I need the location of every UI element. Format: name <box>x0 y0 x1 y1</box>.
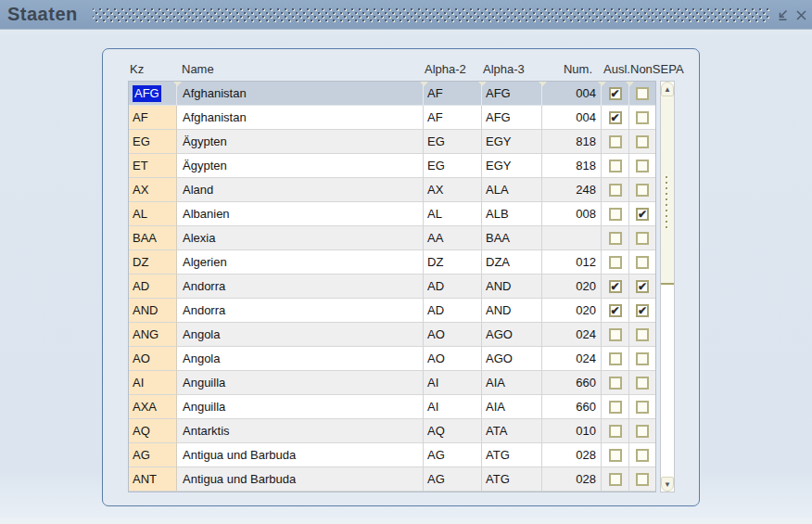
table-row[interactable]: AQAntarktisAQATA010 <box>129 419 655 443</box>
checkbox-ausl[interactable]: ✔ <box>609 304 622 317</box>
cell-ausl[interactable]: ✔ <box>602 106 629 130</box>
checkbox-ausl[interactable] <box>609 160 622 173</box>
table-row[interactable]: EGÄgyptenEGEGY818 <box>129 130 655 154</box>
cell-a3[interactable]: BAA <box>482 226 542 250</box>
table-row[interactable]: AXAlandAXALA248 <box>129 178 655 202</box>
checkbox-ausl[interactable] <box>609 208 622 221</box>
cell-num[interactable]: 660 <box>542 395 602 419</box>
checkbox-ausl[interactable] <box>609 401 622 414</box>
cell-name[interactable]: Afghanistan <box>177 106 424 130</box>
cell-name[interactable]: Antigua und Barbuda <box>177 443 424 467</box>
cell-a2[interactable]: AD <box>424 299 482 323</box>
cell-kz[interactable]: AND <box>129 299 177 323</box>
cell-nonsepa[interactable] <box>629 226 655 250</box>
cell-a2[interactable]: EG <box>424 154 482 178</box>
checkbox-nonsepa[interactable] <box>636 160 649 173</box>
cell-ausl[interactable]: ✔ <box>602 275 629 299</box>
cell-a3[interactable]: EGY <box>482 154 542 178</box>
cell-name[interactable]: Angola <box>177 323 424 347</box>
checkbox-ausl[interactable] <box>609 328 622 341</box>
dock-icon[interactable] <box>776 8 790 22</box>
cell-name[interactable]: Angola <box>177 347 424 371</box>
cell-ausl[interactable] <box>602 347 629 371</box>
cell-num[interactable]: 818 <box>542 154 602 178</box>
cell-ausl[interactable] <box>602 323 629 347</box>
cell-nonsepa[interactable] <box>629 395 655 419</box>
checkbox-nonsepa[interactable] <box>636 352 649 365</box>
cell-kz[interactable]: AO <box>129 347 177 371</box>
cell-name[interactable]: Ägypten <box>177 130 424 154</box>
cell-kz[interactable]: AF <box>129 106 177 130</box>
cell-name[interactable]: Alexia <box>177 226 424 250</box>
checkbox-ausl[interactable] <box>609 473 622 486</box>
checkbox-ausl[interactable] <box>609 184 622 197</box>
cell-a2[interactable]: EG <box>424 130 482 154</box>
cell-a2[interactable]: AO <box>424 323 482 347</box>
cell-kz[interactable]: ANT <box>129 467 177 492</box>
cell-kz[interactable]: AG <box>129 443 177 467</box>
vertical-scrollbar[interactable]: ▲ ▼ <box>660 81 675 492</box>
checkbox-nonsepa[interactable] <box>636 135 649 148</box>
cell-a3[interactable]: AFG <box>482 106 542 130</box>
cell-a2[interactable]: AD <box>424 275 482 299</box>
cell-kz[interactable]: AQ <box>129 419 177 443</box>
cell-a3[interactable]: AFG <box>482 82 542 106</box>
checkbox-ausl[interactable] <box>609 256 622 269</box>
cell-a3[interactable]: AIA <box>482 395 542 419</box>
cell-ausl[interactable] <box>602 130 629 154</box>
cell-nonsepa[interactable] <box>629 443 655 467</box>
cell-num[interactable]: 010 <box>542 419 602 443</box>
table-row[interactable]: AGAntigua und BarbudaAGATG028 <box>129 443 655 467</box>
cell-nonsepa[interactable] <box>629 323 655 347</box>
cell-a3[interactable]: ALA <box>482 178 542 202</box>
cell-nonsepa[interactable]: ✔ <box>629 275 655 299</box>
checkbox-nonsepa[interactable] <box>636 473 649 486</box>
cell-nonsepa[interactable] <box>629 82 655 106</box>
cell-a2[interactable]: AO <box>424 347 482 371</box>
cell-name[interactable]: Andorra <box>177 299 424 323</box>
table-row[interactable]: ETÄgyptenEGEGY818 <box>129 154 655 178</box>
scroll-up-button[interactable]: ▲ <box>661 82 674 96</box>
checkbox-nonsepa[interactable] <box>636 425 649 438</box>
cell-ausl[interactable] <box>602 202 629 226</box>
table-row[interactable]: DZAlgerienDZDZA012 <box>129 250 655 275</box>
cell-a3[interactable]: AIA <box>482 371 542 395</box>
table-row[interactable]: AXAAnguillaAIAIA660 <box>129 395 655 419</box>
cell-a2[interactable]: AG <box>424 443 482 467</box>
cell-nonsepa[interactable]: ✔ <box>629 202 655 226</box>
checkbox-ausl[interactable]: ✔ <box>609 111 622 124</box>
checkbox-nonsepa[interactable] <box>636 256 649 269</box>
cell-nonsepa[interactable]: ✔ <box>629 299 655 323</box>
cell-ausl[interactable] <box>602 419 629 443</box>
cell-nonsepa[interactable] <box>629 347 655 371</box>
cell-num[interactable]: 020 <box>542 299 602 323</box>
checkbox-ausl[interactable] <box>609 377 622 390</box>
cell-a3[interactable]: EGY <box>482 130 542 154</box>
checkbox-ausl[interactable] <box>609 352 622 365</box>
cell-num[interactable]: 004 <box>542 82 602 106</box>
table-row[interactable]: AIAnguillaAIAIA660 <box>129 371 655 395</box>
cell-a3[interactable]: AND <box>482 299 542 323</box>
cell-name[interactable]: Antigua und Barbuda <box>177 467 424 492</box>
table-row[interactable]: ADAndorraADAND020✔✔ <box>129 275 655 299</box>
cell-name[interactable]: Anguilla <box>177 371 424 395</box>
cell-num[interactable]: 028 <box>542 443 602 467</box>
cell-nonsepa[interactable] <box>629 154 655 178</box>
cell-num[interactable]: 020 <box>542 275 602 299</box>
table-row[interactable]: AFAfghanistanAFAFG004✔ <box>129 106 655 130</box>
cell-kz[interactable]: AX <box>129 178 177 202</box>
table-row[interactable]: AOAngolaAOAGO024 <box>129 347 655 371</box>
cell-kz[interactable]: BAA <box>129 226 177 250</box>
cell-kz[interactable]: ET <box>129 154 177 178</box>
cell-num[interactable]: 024 <box>542 323 602 347</box>
cell-ausl[interactable] <box>602 395 629 419</box>
cell-num[interactable]: 028 <box>542 467 602 492</box>
cell-ausl[interactable]: ✔ <box>602 82 629 106</box>
checkbox-nonsepa[interactable] <box>636 377 649 390</box>
table-row[interactable]: ALAlbanienALALB008✔ <box>129 202 655 226</box>
cell-name[interactable]: Albanien <box>177 202 424 226</box>
checkbox-nonsepa[interactable] <box>636 401 649 414</box>
cell-nonsepa[interactable] <box>629 371 655 395</box>
cell-a2[interactable]: AG <box>424 467 482 492</box>
table-row[interactable]: ANTAntigua und BarbudaAGATG028 <box>129 467 655 492</box>
